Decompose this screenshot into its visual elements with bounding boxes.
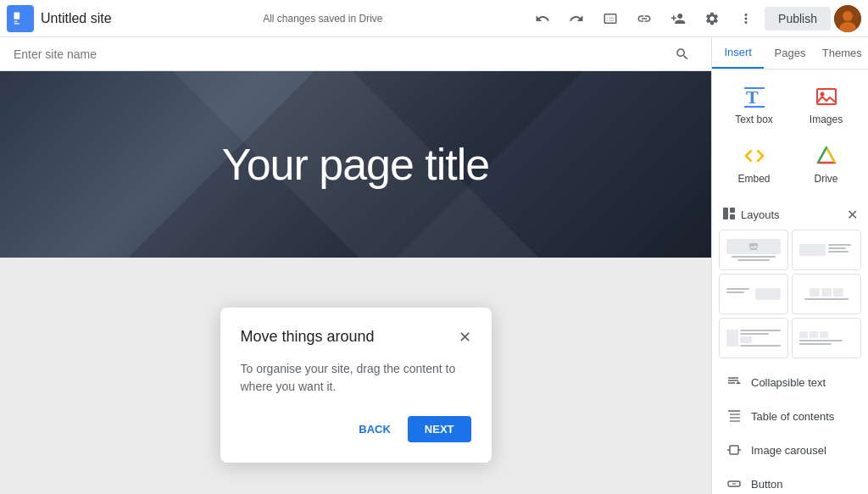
images-icon — [815, 85, 838, 108]
canvas-page: Your page title Move things around ✕ To … — [0, 71, 711, 494]
dialog-actions: BACK NEXT — [241, 416, 471, 442]
svg-line-14 — [826, 147, 835, 163]
tab-insert[interactable]: Insert — [712, 37, 764, 69]
preview-button[interactable] — [595, 3, 626, 34]
insert-images[interactable]: Images — [791, 76, 861, 134]
images-label: Images — [810, 114, 843, 125]
layout-item-6[interactable] — [792, 318, 861, 358]
svg-rect-2 — [14, 23, 20, 25]
insert-collapsible[interactable]: Collapsible text — [712, 365, 868, 399]
layout-item-2[interactable] — [792, 230, 861, 270]
toc-icon — [726, 408, 743, 425]
search-button[interactable] — [667, 39, 698, 69]
canvas-scroll: Your page title Move things around ✕ To … — [0, 71, 711, 494]
toolbar-icons: Publish — [527, 3, 861, 34]
dialog-title: Move things around — [241, 328, 375, 346]
svg-marker-12 — [818, 147, 835, 163]
layout-item-1[interactable] — [719, 230, 788, 270]
svg-text:T: T — [746, 86, 759, 108]
insert-drive[interactable]: Drive — [791, 136, 861, 193]
back-button[interactable]: BACK — [348, 416, 401, 442]
main-layout: Your page title Move things around ✕ To … — [0, 37, 868, 494]
collapsible-icon — [726, 374, 743, 391]
hero-title: Your page title — [222, 139, 490, 190]
site-name-input[interactable] — [14, 47, 667, 61]
publish-button[interactable]: Publish — [765, 7, 831, 31]
svg-point-4 — [843, 11, 853, 21]
insert-grid: T Text box Images — [712, 69, 868, 200]
layout-item-5[interactable] — [719, 318, 788, 358]
dialog-overlay: Move things around ✕ To organise your si… — [0, 258, 711, 494]
svg-line-15 — [818, 147, 826, 163]
layouts-grid — [719, 230, 861, 358]
svg-rect-28 — [730, 446, 738, 454]
user-avatar[interactable] — [834, 5, 861, 32]
textbox-label: Text box — [735, 114, 773, 125]
layouts-header: Layouts ✕ — [719, 200, 861, 230]
collapsible-label: Collapsible text — [751, 376, 826, 389]
insert-textbox[interactable]: T Text box — [719, 76, 789, 134]
dialog-body: To organise your site, drag the content … — [241, 360, 471, 396]
undo-button[interactable] — [527, 3, 558, 34]
layouts-section: Layouts ✕ — [712, 200, 868, 365]
next-button[interactable]: NEXT — [408, 416, 471, 442]
add-user-button[interactable] — [663, 3, 693, 34]
textbox-icon: T — [743, 85, 766, 108]
hero-section: Your page title — [0, 71, 711, 258]
list-section: Collapsible text Table of contents — [712, 365, 868, 494]
button-label: Button — [751, 478, 783, 491]
save-status: All changes saved in Drive — [125, 13, 520, 25]
svg-rect-19 — [749, 243, 758, 250]
canvas-body: Move things around ✕ To organise your si… — [0, 258, 711, 494]
site-name-bar — [0, 37, 711, 71]
layouts-close-button[interactable]: ✕ — [847, 207, 858, 223]
svg-marker-23 — [736, 381, 741, 384]
toc-label: Table of contents — [751, 410, 834, 423]
tab-themes[interactable]: Themes — [816, 37, 868, 69]
svg-marker-11 — [818, 147, 835, 163]
dialog-close-button[interactable]: ✕ — [459, 328, 471, 347]
carousel-icon — [726, 441, 743, 458]
dialog-header: Move things around ✕ — [241, 328, 471, 347]
link-button[interactable] — [629, 3, 659, 34]
site-title: Untitled site — [41, 11, 112, 26]
drive-icon — [815, 144, 838, 168]
layouts-label: Layouts — [741, 208, 847, 221]
insert-toc[interactable]: Table of contents — [712, 399, 868, 433]
embed-label: Embed — [737, 173, 770, 185]
svg-rect-18 — [730, 214, 735, 219]
layout-item-4[interactable] — [792, 274, 861, 314]
svg-rect-0 — [14, 12, 20, 19]
insert-embed[interactable]: Embed — [719, 136, 789, 193]
redo-button[interactable] — [561, 3, 592, 34]
svg-rect-17 — [730, 208, 735, 213]
embed-icon — [743, 144, 766, 168]
insert-carousel[interactable]: Image carousel — [712, 433, 868, 467]
layout-item-3[interactable] — [719, 274, 788, 314]
settings-button[interactable] — [697, 3, 727, 34]
move-dialog: Move things around ✕ To organise your si… — [220, 308, 492, 463]
panel-tabs: Insert Pages Themes — [712, 37, 868, 69]
tab-pages[interactable]: Pages — [764, 37, 815, 69]
right-panel: Insert Pages Themes T Text box — [711, 37, 868, 494]
drive-label: Drive — [814, 173, 837, 185]
more-menu-button[interactable] — [731, 3, 761, 34]
button-icon — [726, 475, 743, 492]
carousel-label: Image carousel — [751, 444, 826, 457]
canvas-area: Your page title Move things around ✕ To … — [0, 37, 711, 494]
layouts-icon — [722, 207, 736, 223]
insert-button[interactable]: Button — [712, 467, 868, 494]
topbar: Untitled site All changes saved in Drive… — [0, 0, 868, 37]
svg-rect-16 — [723, 208, 728, 219]
app-logo — [7, 5, 34, 32]
svg-rect-1 — [14, 20, 18, 22]
